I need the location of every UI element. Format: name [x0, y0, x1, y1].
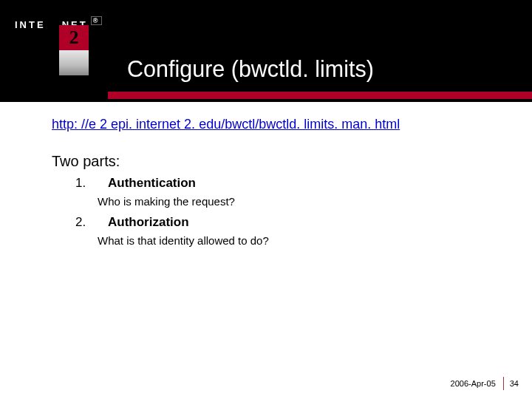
- slide: 2 INTE NET ® Configure (bwctld. limits) …: [0, 0, 532, 399]
- accent-bar: [108, 92, 532, 99]
- item-subtext: Who is making the request?: [98, 195, 488, 208]
- doc-link[interactable]: http: //e 2 epi. internet 2. edu/bwctl/b…: [52, 117, 400, 132]
- logo-reflection: [59, 50, 89, 75]
- footer-separator: [503, 377, 504, 390]
- item-title: Authentication: [108, 176, 196, 191]
- slide-body: http: //e 2 epi. internet 2. edu/bwctl/b…: [52, 117, 488, 254]
- intro-text: Two parts:: [52, 153, 488, 170]
- header-banner: 2 INTE NET ® Configure (bwctld. limits): [0, 0, 532, 102]
- page-number: 34: [510, 379, 519, 388]
- logo-text-left: INTE: [15, 19, 46, 30]
- item-number: 2.: [75, 215, 108, 230]
- footer-date: 2006-Apr-05: [451, 379, 503, 388]
- list-item: 2. Authorization: [75, 215, 488, 230]
- item-title: Authorization: [108, 215, 189, 230]
- registered-mark-icon: ®: [91, 16, 103, 25]
- logo-digit: 2: [59, 25, 89, 50]
- list-item: 1. Authentication: [75, 176, 488, 191]
- item-number: 1.: [75, 176, 108, 191]
- logo-box: 2: [59, 25, 89, 75]
- footer: 2006-Apr-05 34: [451, 377, 519, 390]
- internet2-logo: 2 INTE NET ®: [15, 19, 102, 30]
- item-subtext: What is that identity allowed to do?: [98, 234, 488, 247]
- slide-title: Configure (bwctld. limits): [127, 56, 374, 82]
